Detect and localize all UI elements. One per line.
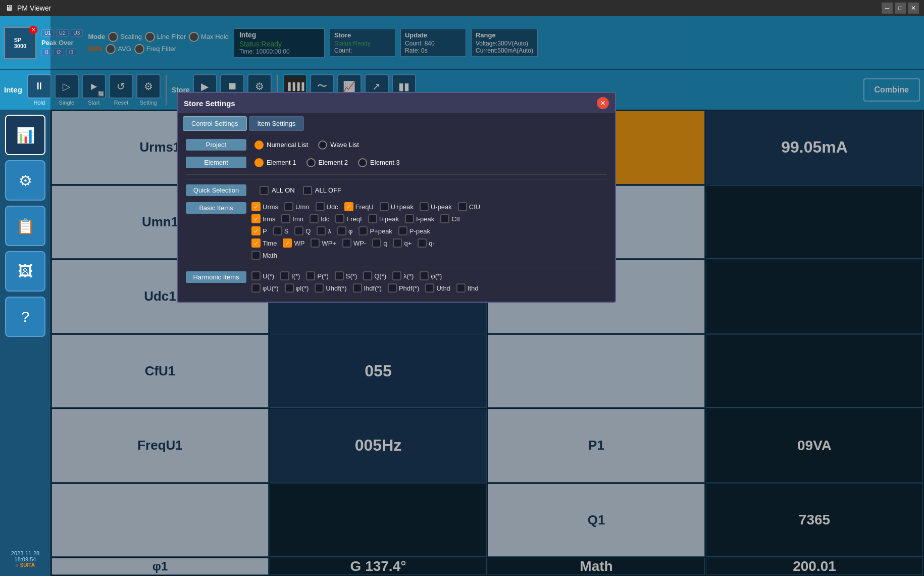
qp-cb	[393, 238, 402, 248]
umn-checkbox-item[interactable]: Umn	[284, 202, 309, 211]
title-bar: 🖥 PM Viewer ─ □ ✕	[0, 0, 924, 16]
basic-row-5: Math	[251, 251, 607, 260]
frequ-cb: ✓	[344, 202, 353, 211]
basic-row-4: ✓Time ✓WP WP+ WP- q q+ q-	[251, 238, 607, 248]
logo-box: SP3000 ✕	[4, 27, 36, 59]
irms-cb: ✓	[251, 214, 261, 223]
wpp-cb	[311, 238, 320, 248]
qp-checkbox-item[interactable]: q+	[393, 238, 412, 248]
urms-checkbox-item[interactable]: ✓Urms	[251, 202, 278, 211]
hold-button[interactable]: ⏸ Hold	[27, 74, 52, 106]
ihdf-star-cb	[353, 283, 362, 293]
imn-checkbox-item[interactable]: Imn	[281, 214, 303, 223]
modal-header: Store Settings ✕	[178, 93, 615, 113]
irms-checkbox-item[interactable]: ✓Irms	[251, 214, 275, 223]
title-bar-controls: ─ □ ✕	[882, 3, 919, 14]
divider-line2	[186, 267, 607, 267]
all-off-label: ALL OFF	[315, 186, 341, 194]
q-checkbox-item[interactable]: Q	[294, 226, 311, 235]
logo-text: SP3000	[14, 37, 26, 49]
divider-line1	[186, 174, 607, 175]
cfu-checkbox-item[interactable]: CfU	[458, 202, 480, 211]
q-star-checkbox[interactable]: Q(*)	[363, 271, 386, 280]
cfi-checkbox-item[interactable]: CfI	[440, 214, 460, 223]
ipeak-checkbox-item[interactable]: I+peak	[368, 214, 399, 223]
logo-badge: ✕	[29, 26, 37, 34]
wpm-checkbox-item[interactable]: WP-	[342, 238, 366, 248]
wpp-checkbox-item[interactable]: WP+	[311, 238, 336, 248]
phiu-star-checkbox[interactable]: φU(*)	[251, 283, 279, 293]
element3-option[interactable]: Element 3	[358, 158, 400, 167]
modal-close-button[interactable]: ✕	[597, 97, 609, 109]
s-checkbox-item[interactable]: S	[273, 226, 289, 235]
sidebar-settings-button[interactable]: ⚙	[5, 160, 45, 201]
wpm-cb	[342, 238, 351, 248]
app-icon: 🖥	[5, 4, 13, 13]
u-star-cb	[251, 271, 261, 280]
time-checkbox-item[interactable]: ✓Time	[251, 238, 277, 248]
qm-checkbox-item[interactable]: q-	[418, 238, 435, 248]
math-checkbox-item[interactable]: Math	[251, 251, 277, 260]
umnpeak-checkbox-item[interactable]: U-peak	[420, 202, 452, 211]
imnpeak-checkbox-item[interactable]: I-peak	[405, 214, 434, 223]
ihdf-star-checkbox[interactable]: Ihdf(*)	[353, 283, 382, 293]
sidebar-layers-button[interactable]: 📋	[5, 206, 45, 246]
wp-checkbox-item[interactable]: ✓WP	[283, 238, 304, 248]
s-star-checkbox[interactable]: S(*)	[335, 271, 357, 280]
s-star-cb	[335, 271, 344, 280]
uthd-checkbox[interactable]: Uthd	[425, 283, 450, 293]
idc-checkbox-item[interactable]: Idc	[310, 214, 329, 223]
phi-checkbox-item[interactable]: φ	[337, 226, 352, 235]
element2-option[interactable]: Element 2	[306, 158, 348, 167]
udc-checkbox-item[interactable]: Udc	[316, 202, 338, 211]
phi-star-checkbox[interactable]: φ(*)	[420, 271, 442, 280]
element1-option[interactable]: Element 1	[254, 158, 296, 167]
wave-list-option[interactable]: Wave List	[318, 140, 359, 150]
phii-star-checkbox[interactable]: φI(*)	[285, 283, 309, 293]
numerical-list-dot	[254, 140, 264, 150]
harmonic-row-2: φU(*) φI(*) Uhdf(*) Ihdf(*) Phdf(*) Uthd…	[251, 283, 607, 293]
tab-item-settings[interactable]: Item Settings	[249, 116, 304, 131]
window-close-button[interactable]: ✕	[908, 3, 919, 14]
u-star-checkbox[interactable]: U(*)	[251, 271, 274, 280]
idc-cb	[310, 214, 319, 223]
ppeak-cb	[358, 226, 368, 235]
maximize-button[interactable]: □	[895, 3, 906, 14]
basic-row-1: ✓Urms Umn Udc ✓FreqU U+peak U-peak CfU	[251, 202, 607, 211]
q2-checkbox-item[interactable]: q	[372, 238, 387, 248]
element1-dot	[254, 158, 264, 167]
q-cb	[294, 226, 303, 235]
all-on-option[interactable]: ALL ON	[260, 186, 295, 195]
sidebar-datetime: 2023-11-28 18:09:54 ≡ SUITA	[11, 550, 39, 571]
ppeak-checkbox-item[interactable]: P+peak	[358, 226, 392, 235]
phdf-star-checkbox[interactable]: Phdf(*)	[388, 283, 419, 293]
all-off-option[interactable]: ALL OFF	[303, 186, 341, 195]
p-checkbox-item[interactable]: ✓P	[251, 226, 267, 235]
uhdf-star-checkbox[interactable]: Uhdf(*)	[315, 283, 346, 293]
upeak-checkbox-item[interactable]: U+peak	[380, 202, 414, 211]
q2-cb	[372, 238, 381, 248]
i-star-checkbox[interactable]: I(*)	[280, 271, 300, 280]
frequ-checkbox-item[interactable]: ✓FreqU	[344, 202, 374, 211]
element-label: Element	[186, 157, 246, 168]
q-star-cb	[363, 271, 372, 280]
numerical-list-option[interactable]: Numerical List	[254, 140, 308, 150]
lambda-star-checkbox[interactable]: λ(*)	[392, 271, 414, 280]
all-on-label: ALL ON	[272, 186, 295, 194]
sidebar: 📊 ⚙ 📋 🖼 ? 2023-11-28 18:09:54 ≡ SUITA	[0, 110, 50, 576]
pmnpeak-checkbox-item[interactable]: P-peak	[398, 226, 430, 235]
ithd-checkbox[interactable]: Ithd	[456, 283, 479, 293]
quick-selection-label: Quick Selection	[186, 184, 246, 196]
freqi-checkbox-item[interactable]: FreqI	[335, 214, 362, 223]
cfu-cb	[458, 202, 467, 211]
p-cb: ✓	[251, 226, 261, 235]
p-star-checkbox[interactable]: P(*)	[306, 271, 328, 280]
uhdf-star-cb	[315, 283, 324, 293]
lambda-checkbox-item[interactable]: λ	[317, 226, 331, 235]
sidebar-image-button[interactable]: 🖼	[5, 251, 45, 292]
minimize-button[interactable]: ─	[882, 3, 893, 14]
sidebar-chart-button[interactable]: 📊	[5, 115, 45, 155]
sidebar-help-button[interactable]: ?	[5, 297, 45, 337]
upeak-cb	[380, 202, 389, 211]
tab-control-settings[interactable]: Control Settings	[183, 116, 247, 131]
